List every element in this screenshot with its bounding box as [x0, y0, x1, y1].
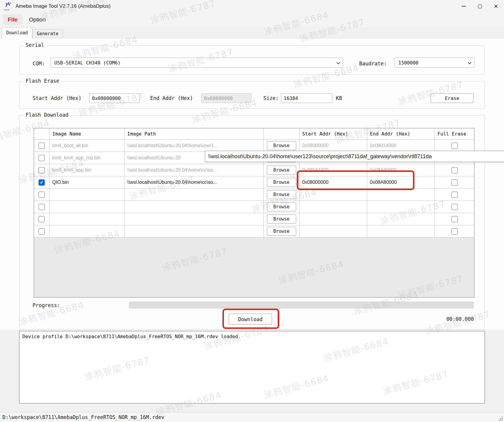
image-name-cell	[50, 189, 125, 201]
tab-download[interactable]: Download	[2, 27, 32, 38]
title-bar: IMAGE Ameba Image Tool V2.7.16 (AmebaDpl…	[0, 0, 504, 13]
flash-download-legend: Flash Download	[24, 112, 70, 118]
maximize-button[interactable]	[472, 0, 488, 13]
baudrate-select[interactable]: 1500000	[394, 58, 474, 68]
minimize-button[interactable]	[456, 0, 472, 13]
end-addr-cell[interactable]: 0x08014000	[367, 140, 435, 152]
menu-item-option[interactable]: Option	[24, 14, 51, 25]
minimize-icon	[462, 6, 466, 7]
serial-legend: Serial	[24, 42, 46, 48]
com-port-value: USB-SERIAL CH340 (COM6)	[54, 60, 121, 66]
image-name-cell	[50, 201, 125, 213]
full-erase-checkbox[interactable]	[451, 192, 458, 198]
erase-start-addr-label: Start Addr (Hex)	[33, 95, 82, 101]
row-select-checkbox[interactable]	[39, 155, 45, 161]
erase-size-input[interactable]	[281, 93, 332, 103]
flash-erase-legend: Flash Erase	[24, 78, 62, 84]
menu-item-file[interactable]: File	[3, 14, 22, 25]
row-select-checkbox[interactable]	[39, 179, 45, 186]
header-full-erase: Full Erase	[435, 128, 474, 140]
header-start-addr: Start Addr (Hex)	[299, 128, 367, 140]
full-erase-checkbox[interactable]	[451, 228, 458, 235]
app-icon: IMAGE	[4, 2, 13, 11]
erase-size-unit: KB	[336, 95, 342, 101]
full-erase-checkbox[interactable]	[451, 216, 458, 222]
maximize-icon	[478, 4, 482, 8]
start-addr-cell[interactable]: 0x08000000	[299, 140, 367, 152]
image-name-cell: QIO.bin	[50, 176, 125, 189]
image-path-cell: \\wsl.localhost\Ubuntu-20.04\home\cc\so.…	[125, 164, 264, 176]
com-port-select[interactable]: USB-SERIAL CH340 (COM6)	[50, 58, 343, 68]
row-select-checkbox[interactable]	[39, 228, 45, 235]
progress-bar	[129, 302, 474, 308]
table-row: Browse	[34, 225, 474, 238]
image-name-cell: km4_boot_all.bin	[50, 140, 125, 152]
table-row-selected: QIO.bin \\wsl.localhost\Ubuntu-20.04\hom…	[34, 176, 474, 189]
table-row: Browse	[34, 201, 474, 213]
browse-button[interactable]: Browse	[267, 141, 296, 150]
image-path-cell	[125, 213, 264, 225]
header-image-path: Image Path	[125, 128, 264, 140]
log-output[interactable]: Device profile D:\workspace\8711\AmebaDp…	[19, 331, 485, 403]
start-addr-cell[interactable]: 0x08594000	[299, 164, 367, 176]
flash-erase-groupbox: Flash Erase Start Addr (Hex) End Addr (H…	[19, 81, 485, 109]
row-select-checkbox[interactable]	[39, 216, 45, 222]
browse-button[interactable]: Browse	[267, 178, 296, 187]
image-name-cell	[50, 213, 125, 225]
end-addr-cell[interactable]: 0x08A80000	[367, 176, 435, 189]
table-row: km4_boot_all.bin \\wsl.localhost\Ubuntu-…	[34, 140, 474, 152]
com-label: COM:	[33, 61, 45, 67]
erase-button[interactable]: Erase	[431, 93, 474, 103]
start-addr-cell[interactable]	[299, 225, 367, 238]
baudrate-value: 1500000	[398, 60, 418, 66]
end-addr-cell[interactable]	[367, 201, 435, 213]
browse-button[interactable]: Browse	[267, 190, 296, 199]
start-addr-cell[interactable]	[299, 201, 367, 213]
resize-grip-icon[interactable]	[498, 416, 503, 421]
erase-end-addr-input	[201, 93, 251, 103]
full-erase-checkbox[interactable]	[451, 204, 458, 210]
window-controls: ×	[456, 0, 504, 13]
row-select-checkbox[interactable]	[39, 192, 45, 198]
erase-end-addr-label: End Addr (Hex)	[150, 95, 193, 101]
end-addr-cell[interactable]	[367, 213, 435, 225]
table-row: Browse	[34, 213, 474, 225]
image-path-cell	[125, 189, 264, 201]
start-addr-cell[interactable]: 0x08000000	[299, 176, 367, 189]
image-name-cell	[50, 225, 125, 238]
end-addr-cell[interactable]: 0x08A80000	[367, 164, 435, 176]
close-button[interactable]: ×	[488, 0, 504, 13]
start-addr-cell[interactable]	[299, 189, 367, 201]
window-title: Ameba Image Tool V2.7.16 (AmebaDplus)	[16, 3, 110, 9]
path-tooltip: \\wsl.localhost\Ubuntu-20.04\home\user12…	[205, 151, 504, 162]
table-header-row: Image Name Image Path Start Addr (Hex) E…	[34, 128, 474, 140]
table-row: Browse	[34, 189, 474, 201]
header-browse-column	[264, 128, 299, 140]
full-erase-checkbox[interactable]	[451, 179, 458, 186]
menu-bar: File Option	[0, 13, 504, 27]
serial-groupbox: Serial COM: USB-SERIAL CH340 (COM6) Baud…	[19, 45, 485, 75]
browse-button[interactable]: Browse	[267, 202, 296, 211]
header-image-name: Image Name	[50, 128, 125, 140]
baudrate-label: Baudrate:	[359, 61, 387, 67]
download-button[interactable]: Download	[229, 314, 272, 325]
full-erase-checkbox[interactable]	[451, 167, 458, 173]
row-select-checkbox[interactable]	[39, 204, 45, 210]
status-bar: D:\workspace\8711\AmebaDplus_FreeRTOS_NO…	[0, 412, 504, 422]
row-select-checkbox[interactable]	[39, 167, 45, 173]
start-addr-cell[interactable]	[299, 213, 367, 225]
elapsed-time: 00:00.000	[446, 316, 474, 322]
header-select-column	[34, 128, 50, 140]
tab-generate[interactable]: Generate	[32, 29, 63, 38]
svg-text:IMAGE: IMAGE	[4, 9, 10, 11]
row-select-checkbox[interactable]	[39, 143, 45, 149]
browse-button[interactable]: Browse	[267, 227, 296, 236]
table-row: km0_km4_app.bin \\wsl.localhost\Ubuntu-2…	[34, 164, 474, 176]
image-path-cell	[125, 225, 264, 238]
full-erase-checkbox[interactable]	[451, 143, 458, 149]
browse-button[interactable]: Browse	[267, 215, 296, 224]
erase-start-addr-input[interactable]	[89, 93, 139, 103]
browse-button[interactable]: Browse	[267, 166, 296, 175]
end-addr-cell[interactable]	[367, 189, 435, 201]
end-addr-cell[interactable]	[367, 225, 435, 238]
